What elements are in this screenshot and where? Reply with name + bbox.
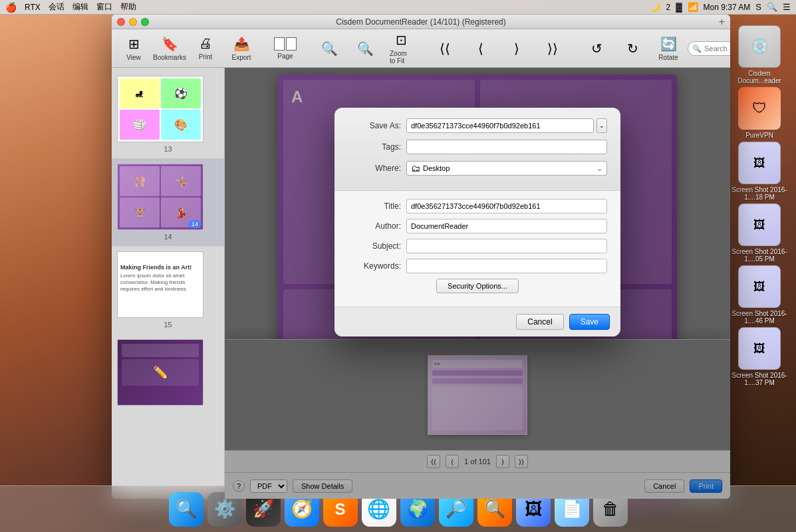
rotate-right-icon: ↻ — [627, 41, 638, 57]
save-dialog-details: Title: Author: Subject: — [334, 190, 620, 307]
page-label: Page — [277, 53, 293, 60]
dock-finder[interactable]: 🔍 — [169, 492, 203, 527]
subject-label: Subject: — [348, 241, 401, 251]
clock: Mon 9:37 AM — [704, 3, 751, 12]
toolbar-last-btn[interactable]: ⟩⟩ — [536, 38, 569, 59]
author-input[interactable] — [406, 219, 607, 233]
tags-label: Tags: — [348, 142, 401, 152]
toolbar-rotate-right-btn[interactable]: ↻ — [616, 38, 649, 59]
sidebar-page-dark[interactable]: ✏️ — [112, 334, 224, 414]
toolbar-view-btn[interactable]: ⊞ View — [117, 33, 150, 64]
menubar-bianji[interactable]: 编辑 — [72, 1, 88, 13]
toolbar: ⊞ View 🔖 Bookmarks 🖨 Print 📤 Export — [112, 29, 730, 68]
save-cancel-button[interactable]: Cancel — [516, 314, 563, 330]
tags-row: Tags: — [348, 140, 607, 154]
window-title: Cisdem DocumentReader (14/101) (Register… — [336, 17, 505, 27]
menubar-rtx[interactable]: RTX — [25, 3, 41, 12]
siri-icon[interactable]: S — [755, 2, 761, 12]
zoom-to-fit-label: Zoom to Fit — [390, 50, 412, 65]
menubar-bangzhu[interactable]: 帮助 — [120, 1, 136, 13]
first-page-icon: ⟨⟨ — [440, 41, 450, 57]
sidebar-page-15[interactable]: Making Friends is an Art! Lorem ipsum do… — [112, 246, 224, 334]
menubar-huihua[interactable]: 会话 — [49, 1, 65, 13]
title-label: Title: — [348, 201, 401, 211]
desktop-icon-screenshot1[interactable]: 🖼 Screen Shot 2016-1....18 PM — [728, 142, 791, 201]
toolbar-page-two-btn[interactable]: Page — [269, 35, 302, 63]
subject-row: Subject: — [348, 239, 607, 253]
new-tab-button[interactable]: + — [719, 16, 725, 28]
toolbar-zoom-fit-btn[interactable]: ⊡ Zoom to Fit — [384, 29, 418, 67]
toolbar-bookmarks-btn[interactable]: 🔖 Bookmarks — [153, 33, 186, 64]
zoom-fit-icon: ⊡ — [396, 32, 407, 48]
security-options-button[interactable]: Security Options... — [436, 279, 519, 293]
sidebar-page-13[interactable]: ⛸ ⚽ 🏐 🎨 13 — [112, 70, 224, 158]
sidebar-page-14[interactable]: 🩰 🤸 🏋 💃 14 14 — [112, 158, 224, 246]
toolbar-prev-btn[interactable]: ⟨ — [464, 38, 497, 59]
screenshot2-icon-img: 🖼 — [738, 203, 781, 246]
save-dialog-top: Save As: ⌄ Tags: — [334, 108, 620, 190]
close-button[interactable] — [117, 18, 125, 26]
dialog-buttons: Cancel Save — [334, 307, 620, 336]
keywords-input[interactable] — [406, 259, 607, 273]
wifi-icon: 📶 — [688, 2, 698, 12]
desktop-icon-screenshot4[interactable]: 🖼 Screen Shot 2016-1....37 PM — [728, 327, 791, 386]
tags-input[interactable] — [406, 140, 607, 154]
thumb-img-13: ⛸ ⚽ 🏐 🎨 — [117, 76, 203, 142]
maximize-button[interactable] — [141, 18, 149, 26]
screenshot4-icon-img: 🖼 — [738, 327, 781, 370]
vpn-icon-label: PureVPN — [745, 132, 773, 139]
desktop-icons-area: 💿 Cisdem Docum...eader 🛡 PureVPN 🖼 Scree… — [723, 20, 796, 392]
author-row: Author: — [348, 219, 607, 233]
apple-menu[interactable]: 🍎 — [5, 2, 17, 13]
moon-icon: 🌙 — [650, 2, 660, 12]
minimize-button[interactable] — [129, 18, 137, 26]
save-as-dropdown-btn[interactable]: ⌄ — [597, 118, 607, 133]
screenshot3-icon-label: Screen Shot 2016-1....46 PM — [730, 310, 789, 325]
desktop-icon-purevpn[interactable]: 🛡 PureVPN — [728, 87, 791, 139]
title-input[interactable] — [406, 199, 607, 213]
export-icon: 📤 — [233, 36, 250, 52]
desktop-icon-screenshot2[interactable]: 🖼 Screen Shot 2016-1....05 PM — [728, 203, 791, 263]
folder-icon: 🗂 — [411, 163, 420, 174]
battery-status: 2 — [666, 3, 670, 12]
page-two-icon — [274, 37, 297, 51]
save-save-button[interactable]: Save — [569, 314, 610, 330]
view-label: View — [126, 54, 141, 61]
bookmarks-icon: 🔖 — [162, 36, 178, 52]
app-window: Cisdem DocumentReader (14/101) (Register… — [112, 15, 730, 499]
toolbar-next-btn[interactable]: ⟩ — [500, 38, 533, 59]
where-row: Where: 🗂 Desktop — [348, 161, 607, 176]
toolbar-export-btn[interactable]: 📤 Export — [225, 33, 258, 64]
toolbar-first-btn[interactable]: ⟨⟨ — [428, 38, 462, 59]
spotlight-icon[interactable]: 🔍 — [767, 2, 777, 12]
screenshot1-icon-img: 🖼 — [738, 142, 781, 184]
last-page-icon: ⟩⟩ — [547, 41, 558, 57]
export-label: Export — [232, 54, 251, 61]
toolbar-rotate-left-btn[interactable]: ↺ — [580, 38, 613, 59]
menubar-chuangkou[interactable]: 窗口 — [96, 1, 112, 13]
desktop-icon-cisdem[interactable]: 💿 Cisdem Docum...eader — [728, 25, 791, 84]
cisdem-icon-img: 💿 — [738, 25, 781, 68]
prev-page-icon: ⟨ — [478, 41, 483, 57]
next-page-icon: ⟩ — [514, 41, 519, 57]
print-icon: 🖨 — [199, 36, 212, 51]
toolbar-print-btn[interactable]: 🖨 Print — [189, 33, 222, 63]
notification-icon[interactable]: ☰ — [783, 2, 791, 12]
toolbar-rotate-all-btn[interactable]: 🔄 Rotate — [652, 33, 685, 64]
sidebar: ⛸ ⚽ 🏐 🎨 13 🩰 🤸 🏋 — [112, 68, 225, 499]
bookmarks-label: Bookmarks — [153, 54, 186, 61]
traffic-lights — [117, 18, 149, 26]
thumb-img-15: Making Friends is an Art! Lorem ipsum do… — [117, 251, 203, 318]
save-as-input[interactable] — [406, 118, 594, 133]
toolbar-zoom-in-btn[interactable]: 🔍 + — [348, 38, 382, 59]
view-icon: ⊞ — [128, 36, 140, 52]
save-dialog: Save As: ⌄ Tags: — [334, 108, 620, 336]
rotate-all-icon: 🔄 — [660, 36, 677, 52]
rotate-label: Rotate — [658, 54, 678, 61]
where-label: Where: — [348, 164, 401, 173]
search-icon: 🔍 — [692, 44, 702, 53]
where-select[interactable]: 🗂 Desktop — [406, 161, 607, 176]
desktop-icon-screenshot3[interactable]: 🖼 Screen Shot 2016-1....46 PM — [728, 265, 791, 325]
toolbar-zoom-out-btn[interactable]: 🔍 − — [313, 38, 346, 59]
subject-input[interactable] — [406, 239, 607, 253]
